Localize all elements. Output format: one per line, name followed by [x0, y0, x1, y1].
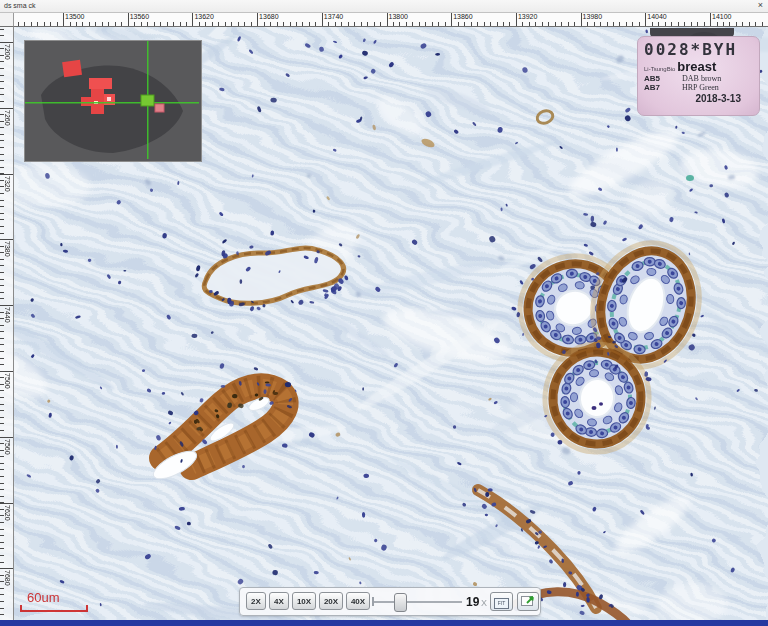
ruler-tick — [542, 22, 543, 26]
ruler-label: 7320 — [4, 176, 11, 192]
ruler-tick — [231, 22, 232, 26]
ruler-tick — [121, 22, 122, 26]
zoom-slider-handle[interactable] — [394, 593, 407, 612]
ruler-tick — [587, 22, 588, 26]
ruler-tick — [0, 167, 4, 168]
ruler-tick — [354, 22, 355, 26]
ruler-tick — [180, 22, 181, 26]
ruler-label: 13920 — [518, 13, 537, 20]
ruler-tick — [0, 35, 4, 36]
fit-to-screen-button[interactable]: FIT — [490, 592, 513, 611]
ruler-tick — [652, 22, 653, 26]
ruler-tick — [613, 22, 614, 26]
ruler-tick — [82, 22, 83, 26]
fullscreen-icon — [521, 594, 536, 606]
ruler-tick — [736, 22, 737, 26]
ruler-major-tick — [0, 42, 13, 43]
ruler-tick — [225, 22, 226, 26]
ruler-tick — [0, 430, 4, 431]
ruler-tick — [393, 22, 394, 26]
ruler-label: 13680 — [259, 13, 278, 20]
ruler-tick — [251, 22, 252, 26]
zoom-button-10x[interactable]: 10X — [292, 592, 316, 610]
zoom-button-4x[interactable]: 4X — [269, 592, 289, 610]
ruler-label: 13620 — [194, 13, 213, 20]
ruler-tick — [438, 22, 439, 26]
zoom-button-2x[interactable]: 2X — [246, 592, 266, 610]
ruler-tick — [115, 22, 116, 26]
ruler-tick — [0, 200, 4, 201]
ruler-tick — [529, 22, 530, 26]
ruler-tick — [0, 134, 4, 135]
ruler-label: 7260 — [4, 110, 11, 126]
ruler-tick — [238, 22, 239, 26]
ruler-tick — [497, 22, 498, 26]
ruler-tick — [70, 22, 71, 26]
ruler-tick — [671, 22, 672, 26]
ruler-tick — [0, 614, 4, 615]
fullscreen-button[interactable] — [517, 592, 539, 611]
ruler-tick — [0, 193, 4, 194]
ruler-label: 13860 — [453, 13, 472, 20]
navigator-secondary-marker — [155, 104, 164, 112]
zoom-slider-track[interactable] — [374, 601, 462, 603]
ruler-tick — [89, 22, 90, 26]
ruler-label: 7620 — [4, 505, 11, 521]
ruler-tick — [522, 22, 523, 26]
ruler-tick — [762, 22, 763, 26]
ruler-tick — [290, 22, 291, 26]
ruler-major-tick — [0, 108, 13, 109]
ruler-label: 7380 — [4, 241, 11, 257]
ruler-tick — [244, 22, 245, 26]
zoom-button-40x[interactable]: 40X — [346, 592, 370, 610]
ruler-tick — [665, 22, 666, 26]
ruler-major-tick — [63, 13, 64, 26]
ruler-tick — [0, 140, 4, 141]
ruler-tick — [0, 542, 4, 543]
fit-icon: FIT — [494, 598, 509, 609]
navigator-viewport-marker[interactable] — [141, 95, 154, 106]
ruler-label: 13800 — [389, 13, 408, 20]
ruler-tick — [594, 22, 595, 26]
antibody-1: AB5 — [644, 74, 682, 83]
ruler-tick — [639, 22, 640, 26]
ruler-tick — [264, 22, 265, 26]
close-icon[interactable]: × — [758, 0, 763, 10]
top-toolbar: ds sma ck × — [0, 0, 768, 13]
ruler-tick — [0, 81, 4, 82]
ruler-tick — [24, 22, 25, 26]
ruler-tick — [432, 22, 433, 26]
ruler-tick — [548, 22, 549, 26]
ruler-label: 13500 — [65, 13, 84, 20]
ruler-major-tick — [516, 13, 517, 26]
ruler-tick — [626, 22, 627, 26]
ruler-tick — [0, 298, 4, 299]
ruler-tick — [0, 226, 4, 227]
ruler-tick — [361, 22, 362, 26]
layer-names-label: ds sma ck — [4, 0, 36, 11]
ruler-tick — [535, 22, 536, 26]
ruler-tick — [0, 219, 4, 220]
ruler-tick — [691, 22, 692, 26]
ruler-tick — [0, 463, 4, 464]
ruler-tick — [0, 338, 4, 339]
bottom-status-bar — [0, 620, 768, 626]
ruler-major-tick — [581, 13, 582, 26]
scale-bar-label: 60um — [27, 590, 88, 605]
ruler-tick — [607, 22, 608, 26]
ruler-tick — [0, 410, 4, 411]
stain-2: HRP Green — [682, 83, 719, 92]
ruler-tick — [167, 22, 168, 26]
ruler-tick — [619, 22, 620, 26]
ruler-tick — [0, 61, 4, 62]
ruler-tick — [678, 22, 679, 26]
ruler-tick — [0, 331, 4, 332]
ruler-tick — [0, 265, 4, 266]
zoom-button-20x[interactable]: 20X — [319, 592, 343, 610]
ruler-tick — [186, 22, 187, 26]
ruler-tick — [0, 147, 4, 148]
ruler-tick — [348, 22, 349, 26]
ruler-tick — [212, 22, 213, 26]
ruler-major-tick — [0, 437, 13, 438]
overview-navigator[interactable] — [24, 40, 202, 162]
